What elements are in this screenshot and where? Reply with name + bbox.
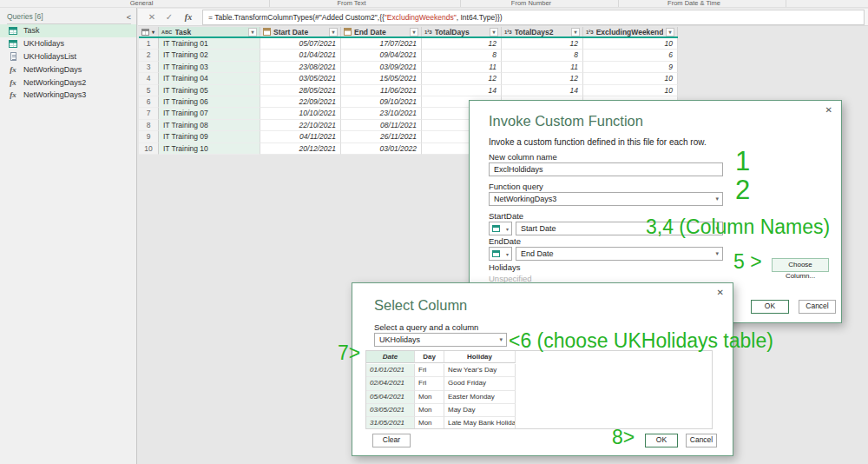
excludingweekends-cell: 10 — [583, 73, 678, 84]
query-name: UKHolidaysList — [23, 52, 76, 61]
task-cell: IT Training 01 — [159, 38, 260, 50]
end-date-cell: 11/06/2021 — [341, 85, 422, 96]
holiday-cell: Late May Bank Holiday — [444, 417, 516, 429]
function-query-dropdown[interactable]: NetWorkingDays3 — [489, 192, 723, 206]
preview-header-holiday: Holiday — [444, 351, 516, 363]
table-row[interactable]: 1IT Training 0105/07/202117/07/202112121… — [139, 38, 678, 50]
power-query-editor-window: General From Text From Number From Date … — [0, 0, 868, 464]
collapse-pane-icon[interactable]: < — [127, 11, 131, 23]
query-name: NetWorkingDays — [23, 65, 82, 74]
start-date-cell: 04/11/2021 — [260, 131, 341, 143]
commit-entry-icon[interactable]: ✓ — [161, 10, 178, 24]
text-type-icon: ABC — [161, 30, 173, 35]
annotation-step-6: <6 (choose UKHolidays table) — [509, 331, 773, 351]
totaldays2-cell: 8 — [502, 50, 583, 61]
holiday-cell: May Day — [444, 404, 516, 417]
formula-text: , Int64.Type}}) — [457, 13, 503, 22]
table-row[interactable]: 4IT Training 0403/05/202115/05/202112121… — [139, 73, 678, 84]
table-row[interactable]: 2IT Training 0201/04/202109/04/2021886 — [139, 50, 678, 61]
close-icon[interactable]: ✕ — [717, 288, 724, 297]
column-preview-box: DateDayHoliday01/01/2021FriNew Year's Da… — [365, 350, 713, 429]
date-cell: 31/05/2021 — [366, 417, 415, 429]
cancel-button[interactable]: Cancel — [799, 300, 836, 314]
startdate-label: StartDate — [489, 211, 523, 221]
ok-button[interactable]: OK — [645, 434, 678, 447]
fx-icon[interactable]: fx — [180, 10, 197, 24]
query-name: UKHolidays — [23, 39, 64, 48]
fx-icon: fx — [10, 65, 16, 74]
totaldays-cell: 8 — [422, 50, 502, 61]
date-type-icon — [344, 28, 352, 36]
enddate-column-dropdown[interactable]: End Date — [516, 247, 723, 261]
holidays-label: Holidays — [489, 262, 520, 272]
close-icon[interactable]: ✕ — [825, 105, 832, 115]
fx-icon: fx — [8, 65, 18, 74]
sidebar-item-task[interactable]: Task — [0, 24, 136, 37]
sidebar-item-ukholidays[interactable]: UKHolidays — [0, 37, 136, 50]
start-date-cell: 20/12/2021 — [260, 143, 341, 155]
filter-dropdown-icon: ▾ — [410, 28, 418, 36]
cancel-entry-icon[interactable]: ✕ — [143, 10, 161, 24]
preview-row[interactable]: 31/05/2021MonLate May Bank Holiday — [366, 417, 712, 429]
select-all-columns-cell[interactable]: ▾ — [139, 27, 159, 36]
excludingweekends-cell: 9 — [583, 62, 678, 73]
table-icon — [492, 225, 500, 232]
clear-button[interactable]: Clear — [372, 434, 411, 447]
table-select-icon — [141, 29, 149, 36]
filter-dropdown-icon: ▾ — [490, 28, 498, 36]
formula-string-literal: "ExcludingWeekends" — [385, 13, 457, 22]
sidebar-item-networkingdays3[interactable]: fxNetWorkingDays3 — [0, 89, 136, 102]
date-type-icon — [263, 28, 271, 36]
ribbon-divider — [269, 0, 270, 8]
preview-row[interactable]: 02/04/2021FriGood Friday — [366, 377, 712, 390]
ribbon-divider — [460, 0, 461, 8]
123-icon: 1²3 — [424, 30, 432, 35]
new-column-name-input[interactable] — [489, 162, 723, 176]
chevron-down-icon: ▾ — [506, 226, 509, 232]
ribbon-divider — [786, 0, 786, 8]
formula-input[interactable]: = Table.TransformColumnTypes(#"Added Cus… — [202, 10, 865, 25]
column-header-end-date[interactable]: End Date▾ — [341, 27, 422, 36]
choose-column-button[interactable]: Choose Column... — [772, 258, 829, 272]
enddate-source-type-dropdown[interactable]: ▾ — [489, 247, 512, 261]
preview-header-row: DateDayHoliday — [366, 351, 712, 364]
startdate-source-type-dropdown[interactable]: ▾ — [489, 222, 512, 235]
annotation-step-3-4: 3,4 (Column Names) — [646, 217, 830, 237]
row-number: 10 — [139, 143, 159, 155]
filter-dropdown-icon: ▾ — [329, 28, 338, 36]
totaldays2-cell: 12 — [502, 73, 583, 84]
column-header-excludingweekends[interactable]: 1²3ExcludingWeekends▾ — [583, 27, 678, 36]
preview-row[interactable]: 03/05/2021MonMay Day — [366, 404, 712, 417]
sidebar-item-networkingdays2[interactable]: fxNetWorkingDays2 — [0, 76, 136, 89]
column-header-totaldays[interactable]: 1²3TotalDays▾ — [422, 27, 502, 36]
query-dropdown[interactable]: UKHolidays — [374, 333, 507, 347]
ribbon-group-general: General — [107, 0, 176, 7]
select-column-dialog: ✕ Select Column Select a query and a col… — [352, 282, 733, 456]
cancel-button[interactable]: Cancel — [686, 434, 717, 447]
table-icon — [8, 27, 18, 35]
row-number: 5 — [139, 85, 159, 96]
row-number: 2 — [139, 50, 159, 61]
number-type-icon: 1²3 — [586, 30, 594, 35]
queries-pane: Queries [6] < TaskUKHolidaysUKHolidaysLi… — [0, 8, 137, 464]
ribbon-group-from-date-time: From Date & Time — [635, 0, 753, 7]
preview-row[interactable]: 01/01/2021FriNew Year's Day — [366, 364, 712, 377]
sidebar-item-ukholidayslist[interactable]: UKHolidaysList — [0, 50, 136, 63]
date-cell: 05/04/2021 — [366, 391, 415, 404]
preview-row[interactable]: 05/04/2021MonEaster Monday — [366, 391, 712, 404]
column-header-start-date[interactable]: Start Date▾ — [260, 27, 341, 36]
fx-icon: fx — [8, 90, 18, 99]
column-header-task[interactable]: ABCTask▾ — [159, 27, 260, 36]
ok-button[interactable]: OK — [751, 300, 789, 314]
ribbon-divider — [618, 0, 619, 8]
row-number: 9 — [139, 131, 159, 143]
enddate-label: EndDate — [489, 236, 521, 246]
table-row[interactable]: 3IT Training 0323/08/202103/09/202111119 — [139, 62, 678, 73]
column-name: ExcludingWeekends — [596, 28, 663, 36]
table-row[interactable]: 5IT Training 0528/05/202111/06/202114141… — [139, 85, 678, 96]
task-cell: IT Training 06 — [159, 96, 260, 108]
column-header-totaldays2[interactable]: 1²3TotalDays2▾ — [502, 27, 583, 36]
sidebar-item-networkingdays[interactable]: fxNetWorkingDays — [0, 63, 136, 76]
totaldays2-cell: 12 — [502, 38, 583, 50]
calendar-icon — [344, 28, 352, 36]
